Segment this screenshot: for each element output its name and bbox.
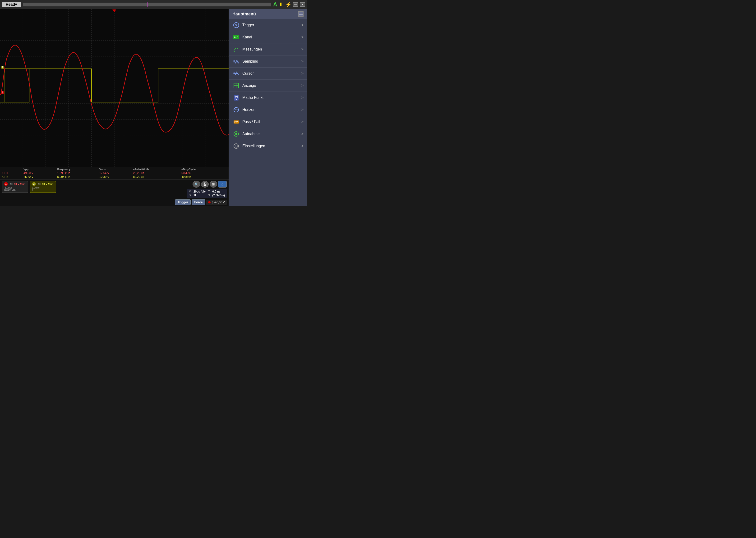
scope-display[interactable]: 2 1 [0,9,229,167]
ch2-label-cell: CH2 [2,175,24,179]
einstellungen-label: Einstellungen [243,144,299,148]
ch2-number: 2 [32,182,36,186]
kanal-arrow-icon: > [301,35,303,39]
ch1-duty: 50,40% [182,171,226,175]
col-freq: Frequency [57,168,99,171]
menu-item-cursor[interactable]: Cursor > [229,68,307,80]
menu-title: Hauptmenü [232,12,256,17]
mathe-icon: f(x)÷± [232,94,240,101]
menu-item-aufnahme[interactable]: Aufnahme > [229,128,307,140]
trigger-arrow-icon: > [301,23,303,27]
ch1-offset: -1.0divs [4,187,26,189]
menu-item-einstellungen[interactable]: Einstellungen > [229,140,307,152]
menu-item-anzeige[interactable]: Anzeige > [229,80,307,92]
col-ch [2,168,24,171]
ch2-freq: 5,995 kHz [57,175,99,179]
svg-point-33 [235,145,238,147]
force-button[interactable]: Force [191,199,205,205]
menu-item-trigger[interactable]: ☞ Trigger > [229,19,307,31]
horizon-icon [232,106,240,114]
einstellungen-icon [232,142,240,150]
menu-item-kanal[interactable]: CH1 Kanal > [229,31,307,43]
trigger-icon: ☞ [232,21,240,29]
timeline-marker [147,2,147,7]
s-key: S [208,194,210,197]
scope-controls-area: 🔍 💾 ⊞ ⌂ M 20us /div T 0.0 ns D 1k S (2.5… [175,181,227,205]
anzeige-label: Anzeige [243,83,299,88]
ch1-coupling: AC [10,183,13,186]
export-button[interactable]: ⊞ [210,181,217,188]
einstellungen-arrow-icon: > [301,144,303,148]
menu-item-passfail[interactable]: P?F Pass / Fail > [229,116,307,128]
t-val: 0.0 ns [212,190,225,193]
time-params: M 20us /div T 0.0 ns D 1k S (2.5MS/s) [187,189,227,198]
passfail-icon: P?F [232,118,240,126]
ch2-vpp: 25,20 V [24,175,57,179]
top-icons: A ⏸ ⚡ — ✕ [273,1,305,8]
mathe-label: Mathe Funkt. [243,95,299,100]
menu-item-mathe[interactable]: f(x)÷± Mathe Funkt. > [229,92,307,104]
trigger-dot [208,201,211,203]
kanal-icon: CH1 [232,33,240,41]
save-button[interactable]: 💾 [201,181,209,188]
close-button[interactable]: ✕ [300,2,305,7]
pause-icon[interactable]: ⏸ [279,1,284,8]
aufnahme-label: Aufnahme [243,132,299,136]
menu-item-messungen[interactable]: Messungen > [229,43,307,55]
menu-item-sampling[interactable]: Sampling > [229,55,307,68]
trigger-footer: Trigger Force ⌇ -40,00 V [175,199,227,205]
d-val: 1k [193,194,206,197]
measurements-section: Vpp Frequency Vrms +PulseWidth +DutyCycl… [0,167,229,179]
svg-text:☞: ☞ [235,24,238,27]
svg-line-29 [235,108,236,110]
ch1-label: 1 [1,91,4,94]
anzeige-icon [232,82,240,89]
zoom-button[interactable]: 🔍 [192,181,200,188]
horizon-label: Horizon [243,108,299,112]
col-vrms: Vrms [99,168,133,171]
horizon-arrow-icon: > [301,108,303,112]
ch1-measurements-row: CH1 49,60 V 19,98 kHz 17,54 V 25,20 us 5… [2,171,226,175]
ch1-vdiv: 10 V /div [14,183,25,186]
minimize-button[interactable]: — [293,2,298,7]
timeline-bar[interactable] [23,3,271,6]
trigger-wave-icon: ⌇ [212,200,213,204]
svg-marker-20 [234,51,235,52]
m-val: 20us /div [193,190,206,193]
messungen-arrow-icon: > [301,47,303,51]
d-key: D [189,194,191,197]
m-key: M [189,190,191,193]
lightning-icon[interactable]: ⚡ [285,1,292,8]
ch2-coupling: AC [38,183,41,186]
t-key: T [208,190,210,193]
s-val: (2.5MS/s) [212,194,225,197]
trigger-button[interactable]: Trigger [175,199,191,205]
ch1-number: 1 [4,182,8,186]
aufnahme-icon [232,130,240,138]
trigger-arrow [112,10,116,12]
cursor-arrow-icon: > [301,71,303,76]
home-button[interactable]: ⌂ [218,181,227,188]
cursor-icon [232,70,240,77]
ch2-question: ? [32,189,54,191]
right-panel: Hauptmenü — ☞ Trigger > CH1 Kanal [229,9,307,206]
messungen-icon [232,45,240,53]
ch1-info-box[interactable]: 1 AC 10 V /div -1.0divs 20,000 kHz [2,181,28,193]
status-badge: Ready [2,2,21,7]
menu-collapse-button[interactable]: — [298,11,303,17]
menu-item-horizon[interactable]: Horizon > [229,104,307,116]
ch1-label-cell: CH1 [2,171,24,175]
ch2-info-box[interactable]: 2 AC 10 V /div 1.0divs ? [30,181,56,193]
passfail-arrow-icon: > [301,120,303,124]
anzeige-arrow-icon: > [301,83,303,88]
col-vpp: Vpp [24,168,57,171]
sampling-label: Sampling [243,59,299,64]
scope-area: 2 1 [0,9,229,206]
trigger-value: -40,00 V [214,201,225,204]
ch1-vpp: 49,60 V [24,171,57,175]
main-area: 2 1 [0,9,307,206]
menu-header: Hauptmenü — [229,9,307,19]
a-icon[interactable]: A [273,1,277,8]
col-duty: +DutyCycle [182,168,226,171]
svg-point-31 [235,133,237,135]
